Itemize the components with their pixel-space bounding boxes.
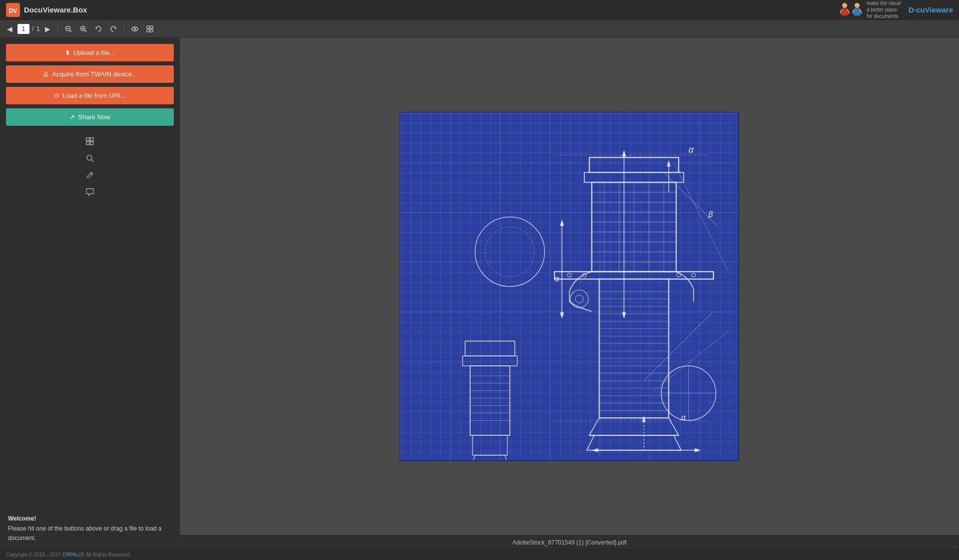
brand-name[interactable]: D·cuVieware xyxy=(909,5,953,14)
rotate-left-icon xyxy=(95,25,102,32)
welcome-text: Please hit one of the buttons above or d… xyxy=(8,524,172,543)
svg-rect-31 xyxy=(401,113,738,460)
comments-button[interactable] xyxy=(4,185,176,201)
svg-text:α: α xyxy=(689,145,694,155)
page-separator: / xyxy=(32,25,34,32)
document-filename: AdobeStock_87701549 (1) [Converted].pdf xyxy=(512,539,626,546)
svg-point-2 xyxy=(842,3,847,8)
rotate-left-button[interactable] xyxy=(92,23,105,34)
svg-line-12 xyxy=(84,30,86,32)
top-bar-right: make the cloud a better place for docume… xyxy=(839,0,953,19)
document-viewer[interactable]: α β α α β xyxy=(180,38,959,535)
svg-line-29 xyxy=(90,173,92,175)
welcome-title: Welcome! xyxy=(8,514,172,524)
thumbnail-button[interactable] xyxy=(143,23,156,34)
grid-view-button[interactable] xyxy=(4,134,176,150)
toolbar-separator-2 xyxy=(124,24,124,34)
svg-rect-23 xyxy=(86,138,89,141)
acquire-icon: 🖨 xyxy=(42,70,49,78)
annotate-button[interactable] xyxy=(4,168,176,184)
mascot-figure-1 xyxy=(839,2,850,17)
preview-icon xyxy=(131,25,138,32)
comments-icon xyxy=(86,188,94,196)
blueprint-drawing: α β α α β xyxy=(401,113,738,460)
main-content: α β α α β xyxy=(180,38,959,549)
resize-handle[interactable]: ▿ xyxy=(954,544,959,549)
page-input[interactable] xyxy=(17,24,29,34)
share-icon: ↗ xyxy=(69,113,75,121)
svg-line-9 xyxy=(69,30,71,32)
svg-rect-22 xyxy=(150,29,153,32)
brand-tagline: make the cloud a better place for docume… xyxy=(867,0,901,19)
sidebar-spacer xyxy=(0,205,180,508)
svg-rect-25 xyxy=(86,142,89,145)
brand-mascot: make the cloud a better place for docume… xyxy=(839,0,901,19)
load-uri-label: Load a file from URI... xyxy=(62,92,125,99)
svg-rect-24 xyxy=(90,138,93,141)
load-icon: ⊙ xyxy=(54,92,59,99)
prev-page-button[interactable]: ◀ xyxy=(4,23,15,35)
search-sidebar-button[interactable] xyxy=(4,151,176,167)
svg-point-5 xyxy=(855,3,860,8)
page-navigation: / 1 xyxy=(17,24,40,34)
svg-text:α: α xyxy=(681,413,686,422)
sidebar-tool-icons xyxy=(0,130,180,205)
share-now-label: Share Now xyxy=(78,113,110,121)
thumbnail-icon xyxy=(146,25,153,32)
footer: Copyright © 2016 - 2017 ORPALIS All Righ… xyxy=(0,549,959,560)
zoom-in-button[interactable] xyxy=(77,23,90,34)
svg-rect-20 xyxy=(150,26,153,28)
svg-point-18 xyxy=(134,28,136,30)
upload-icon: ⬆ xyxy=(65,49,70,56)
annotate-icon xyxy=(86,171,94,179)
preview-button[interactable] xyxy=(128,23,141,34)
toolbar: ◀ / 1 ▶ xyxy=(0,20,959,38)
copyright-text: Copyright © 2016 - 2017 xyxy=(6,552,60,558)
upload-file-label: Upload a file... xyxy=(73,49,115,56)
mascot-figures xyxy=(839,2,863,17)
rotate-right-button[interactable] xyxy=(107,23,120,34)
sidebar-action-buttons: ⬆ Upload a file... 🖨 Acquire from TWAIN … xyxy=(0,38,180,130)
acquire-twain-label: Acquire from TWAIN device... xyxy=(52,70,137,78)
svg-rect-21 xyxy=(147,29,149,32)
status-bar: AdobeStock_87701549 (1) [Converted].pdf xyxy=(180,535,959,549)
zoom-in-icon xyxy=(80,25,87,32)
rotate-right-icon xyxy=(110,25,117,32)
app-brand: DV DocuVieware.Box xyxy=(6,3,87,17)
sidebar-welcome: Welcome! Please hit one of the buttons a… xyxy=(0,508,180,549)
left-sidebar: ⬆ Upload a file... 🖨 Acquire from TWAIN … xyxy=(0,38,180,549)
main-layout: ⬆ Upload a file... 🖨 Acquire from TWAIN … xyxy=(0,38,959,549)
mascot-figure-2 xyxy=(852,2,863,17)
svg-point-27 xyxy=(87,155,92,160)
page-total: 1 xyxy=(36,25,40,32)
acquire-twain-button[interactable]: 🖨 Acquire from TWAIN device... xyxy=(6,65,174,83)
zoom-out-button[interactable] xyxy=(62,23,75,34)
next-page-button[interactable]: ▶ xyxy=(42,23,53,35)
grid-icon xyxy=(86,137,94,145)
zoom-out-icon xyxy=(65,25,72,32)
search-sidebar-icon xyxy=(86,154,94,162)
app-logo-icon: DV xyxy=(6,3,20,17)
toolbar-separator-1 xyxy=(57,24,58,34)
rights-text: All Rights Reserved. xyxy=(86,552,131,558)
svg-line-28 xyxy=(91,160,93,162)
upload-file-button[interactable]: ⬆ Upload a file... xyxy=(6,44,174,61)
svg-text:DV: DV xyxy=(9,7,17,14)
share-now-button[interactable]: ↗ Share Now xyxy=(6,108,174,126)
app-title: DocuVieware.Box xyxy=(24,5,87,14)
top-bar: DV DocuVieware.Box xyxy=(0,0,959,20)
company-link[interactable]: ORPALIS xyxy=(62,552,84,558)
svg-rect-26 xyxy=(90,142,93,145)
load-uri-button[interactable]: ⊙ Load a file from URI... xyxy=(6,87,174,104)
svg-rect-19 xyxy=(147,26,149,28)
blueprint-canvas: α β α α β xyxy=(400,112,739,461)
